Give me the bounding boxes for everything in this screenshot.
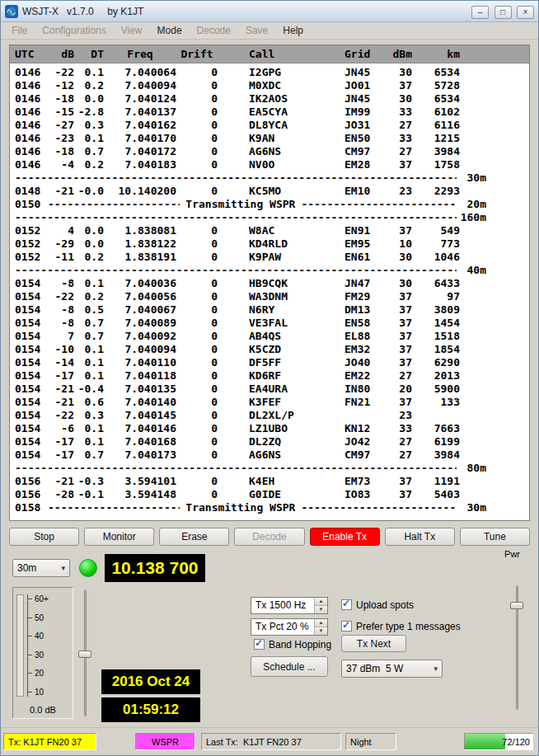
cell-dt: 0.0: [74, 92, 104, 106]
cell-call: K3FEF: [249, 396, 340, 409]
frequency-display: 10.138 700: [105, 554, 205, 582]
menu-mode[interactable]: Mode: [150, 23, 190, 38]
cell-dbm: 37: [392, 303, 412, 317]
menu-configurations[interactable]: Configurations: [35, 23, 113, 38]
pwr-slider[interactable]: [509, 584, 524, 711]
cell-utc: 0154: [10, 330, 48, 343]
cell-utc: 0154: [10, 422, 48, 435]
cell-call: EA4URA: [249, 383, 340, 396]
meter-scale-mark: 60+: [28, 594, 49, 603]
cell-km: 2293: [412, 185, 460, 198]
column-header-call: Call: [249, 48, 340, 60]
close-button[interactable]: ×: [517, 6, 534, 19]
cell-utc: 0154: [10, 396, 48, 409]
cell-call: AG6NS: [249, 145, 340, 158]
cell-dbm: 27: [392, 369, 412, 383]
band-hopping-checkbox[interactable]: ✓ Band Hopping: [254, 638, 331, 650]
spin-up-icon[interactable]: ▲: [315, 598, 327, 606]
scale-label: 50: [35, 613, 44, 622]
schedule-button[interactable]: Schedule ...: [251, 656, 328, 677]
menu-help[interactable]: Help: [275, 23, 311, 38]
cell-grid: JO01: [340, 79, 392, 92]
cell-call: AB4QS: [249, 330, 340, 343]
spin-down-icon[interactable]: ▼: [315, 606, 327, 613]
cell-db: -12: [48, 79, 74, 92]
enable-tx-button[interactable]: Enable Tx: [310, 528, 380, 546]
menu-view[interactable]: View: [114, 23, 150, 38]
spin-up-icon[interactable]: ▲: [315, 619, 327, 627]
dashes: ----------------------------------------…: [15, 211, 457, 224]
erase-button[interactable]: Erase: [159, 528, 229, 546]
cell-dbm: 20: [392, 383, 412, 396]
halt-tx-button[interactable]: Halt Tx: [385, 528, 455, 546]
title-bar[interactable]: WSJT-X v1.7.0 by K1JT – □ ×: [1, 1, 538, 22]
band-selector[interactable]: 30m ▾: [12, 559, 70, 577]
window-controls: – □ ×: [470, 3, 534, 19]
menu-save[interactable]: Save: [238, 23, 275, 38]
cell-call: K9AN: [249, 132, 340, 145]
cell-km: 1191: [412, 475, 460, 488]
slider-thumb[interactable]: [78, 650, 91, 658]
monitor-button[interactable]: Monitor: [84, 528, 154, 546]
minimize-button[interactable]: –: [471, 6, 489, 19]
tx-freq-value[interactable]: Tx 1500 Hz: [251, 598, 314, 613]
menu-decode[interactable]: Decode: [190, 23, 238, 38]
tune-button[interactable]: Tune: [460, 528, 530, 546]
decode-row: 0154-100.17.0400940K5CZDEM32371854: [10, 343, 529, 356]
cell-db: -21: [48, 185, 74, 198]
rx-gain-slider[interactable]: [77, 588, 92, 718]
upload-spots-checkbox[interactable]: ✓ Upload spots: [341, 599, 414, 611]
dashes: ----------------------------------------…: [15, 462, 457, 475]
cell-db: -21: [48, 475, 74, 488]
cell-grid: CM97: [340, 145, 392, 158]
decode-row: 0154-21-0.47.0401350EA4URAIN80205900: [10, 383, 529, 396]
decode-row: 015240.01.8380810W8ACEN9137549: [10, 224, 529, 237]
decode-rows[interactable]: 0146-220.17.0400640I2GPGJN453065340146-1…: [10, 63, 529, 520]
main-buttons: StopMonitorEraseDecodeEnable TxHalt TxTu…: [9, 528, 530, 546]
decode-row: 0146-270.37.0401620DL8YCAJO31276116: [10, 119, 529, 132]
rx-meter-bar: [16, 594, 24, 697]
tx-pct-spinner[interactable]: Tx Pct 20 % ▲▼: [251, 618, 328, 636]
tx-next-button[interactable]: Tx Next: [341, 635, 406, 652]
maximize-button[interactable]: □: [494, 6, 512, 19]
power-selector[interactable]: 37 dBm 5 W ▾: [341, 660, 443, 678]
tx-freq-spinner[interactable]: Tx 1500 Hz ▲▼: [251, 597, 328, 614]
cell-dt: -0.0: [74, 185, 104, 198]
decode-row: 0146-230.17.0401700K9ANEN50331215: [10, 132, 529, 145]
menu-file[interactable]: File: [4, 23, 35, 38]
cell-freq: 7.040064: [104, 66, 176, 79]
cell-freq: 7.040146: [104, 422, 176, 435]
slider-thumb[interactable]: [510, 602, 523, 609]
dashes: ----------------------------------------…: [15, 264, 457, 277]
cell-dt: -0.3: [74, 475, 104, 488]
transmit-label: Transmitting WSPR: [180, 198, 301, 211]
cell-db: -27: [48, 119, 74, 132]
status-bar: Tx: K1JT FN20 37 WSPR Last Tx: K1JT FN20…: [1, 727, 538, 755]
checkbox-box: ✓: [341, 599, 352, 610]
cell-dt: 0.3: [74, 119, 104, 132]
cell-drift: 0: [176, 422, 218, 435]
meter-scale-mark: 20: [28, 669, 49, 678]
scale-label: 20: [35, 669, 44, 678]
tx-pct-value[interactable]: Tx Pct 20 %: [251, 619, 314, 635]
cell-dbm: 30: [392, 66, 412, 79]
meter-scale-mark: 10: [28, 688, 49, 697]
spin-down-icon[interactable]: ▼: [315, 627, 327, 635]
cell-call: DF5FF: [249, 356, 340, 369]
cell-call: W8AC: [249, 224, 340, 237]
cell-dt: -0.1: [74, 488, 104, 501]
band-label: 30m: [457, 171, 486, 185]
stop-button[interactable]: Stop: [9, 528, 79, 546]
cell-drift: 0: [176, 66, 218, 79]
cell-call: N6RY: [249, 303, 340, 317]
cell-dt: 0.1: [74, 369, 104, 383]
cell-drift: 0: [176, 383, 218, 396]
dashes: ----------------------------------------…: [301, 198, 457, 211]
decode-row: 0154-210.67.0401400K3FEFFN2137133: [10, 396, 529, 409]
column-header-dt: DT: [74, 48, 104, 60]
cell-drift: 0: [176, 119, 218, 132]
cell-utc: 0154: [10, 448, 48, 462]
cell-call: I2GPG: [249, 66, 340, 79]
decode-button[interactable]: Decode: [234, 528, 304, 546]
prefer-type1-checkbox[interactable]: ✓ Prefer type 1 messages: [341, 620, 461, 632]
